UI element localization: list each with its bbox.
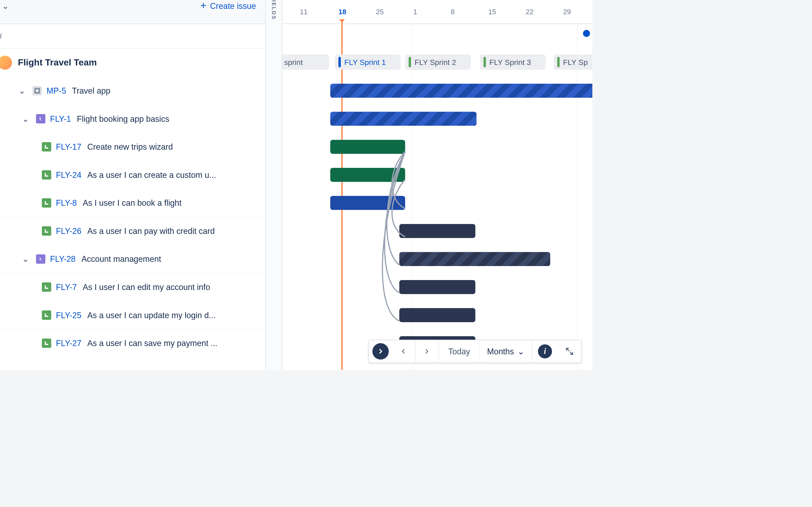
fullscreen-button[interactable] xyxy=(558,340,581,362)
issue-type-icon xyxy=(36,254,45,264)
day-label: 22 xyxy=(526,8,534,16)
main-content: Plans/ Travel Booking Division plan/ Bes… xyxy=(0,0,592,370)
team-name: Flight Travel Team xyxy=(18,57,97,68)
issue-column-header[interactable]: Issue ⌄ xyxy=(0,1,9,10)
issue-type-icon xyxy=(42,282,51,292)
gantt-area[interactable]: DecJan '24F 11182518152229 t sprintFLY S… xyxy=(282,0,592,370)
day-label: 11 xyxy=(300,8,308,16)
day-label: 1 xyxy=(413,8,417,16)
issue-summary: As a user I can save my payment ... xyxy=(87,338,217,348)
issue-summary: Travel app xyxy=(72,86,110,95)
issue-summary: Create new trips wizard xyxy=(87,142,173,151)
timeline-zoom-control: Today Months⌄ i xyxy=(368,340,582,363)
issue-row[interactable]: FLY-8As I user I can book a flight xyxy=(0,189,265,217)
issue-key[interactable]: FLY-7 xyxy=(56,282,77,292)
goto-today-button[interactable]: Today xyxy=(439,340,480,362)
issue-row[interactable]: FLY-27As a user I can save my payment ..… xyxy=(0,329,265,357)
day-label: 25 xyxy=(376,8,384,16)
sprint-pill[interactable]: FLY Sp xyxy=(554,54,592,70)
scroll-marker-icon xyxy=(583,30,590,37)
day-label: 15 xyxy=(488,8,496,16)
issue-row[interactable]: FLY-26As a user I can pay with credit ca… xyxy=(0,217,265,245)
rank: 1 xyxy=(0,86,6,95)
timeline: Issue ⌄ + Create issue # ⌄Flight Travel … xyxy=(0,0,592,370)
day-label: 18 xyxy=(338,8,346,16)
issue-summary: As a user I can create a custom u... xyxy=(87,170,216,179)
issue-key[interactable]: FLY-17 xyxy=(56,142,81,151)
svg-rect-39 xyxy=(36,89,38,92)
svg-rect-53 xyxy=(45,343,48,344)
collapse-icon[interactable]: ⌄ xyxy=(22,254,29,264)
issue-summary: As I user I can edit my account info xyxy=(83,282,210,292)
issue-summary: As a user I can pay with credit card xyxy=(87,226,215,235)
rank-column: # xyxy=(0,32,2,41)
scroll-fwd-button[interactable] xyxy=(415,340,439,362)
issue-type-icon xyxy=(42,226,51,235)
plus-icon: + xyxy=(200,0,206,12)
issue-row[interactable]: ⌄FLY-1Flight booking app basics xyxy=(0,105,265,133)
issue-row[interactable]: FLY-7As I user I can edit my account inf… xyxy=(0,273,265,301)
svg-rect-47 xyxy=(45,231,48,232)
issue-row[interactable]: ⌄Flight Travel Team xyxy=(0,49,265,77)
issue-row[interactable]: FLY-17Create new trips wizard xyxy=(0,133,265,161)
issue-column: Issue ⌄ + Create issue # ⌄Flight Travel … xyxy=(0,0,266,370)
issue-summary: As I user I can book a flight xyxy=(83,198,182,207)
issue-summary: As a user I can update my login d... xyxy=(87,310,216,320)
issue-type-icon xyxy=(36,114,45,123)
issue-row[interactable]: FLY-25As a user I can update my login d.… xyxy=(0,301,265,329)
sprint-pill[interactable]: FLY Sprint 3 xyxy=(480,54,546,70)
issue-row[interactable]: ⌄FLY-28Account management xyxy=(0,245,265,273)
day-label: 8 xyxy=(451,8,455,16)
issue-key[interactable]: FLY-27 xyxy=(56,338,81,348)
team-avatar-icon xyxy=(0,55,12,69)
issue-type-icon xyxy=(33,86,42,95)
scroll-prev-button[interactable] xyxy=(392,340,415,362)
issue-summary: Account management xyxy=(81,254,161,264)
zoom-unit-dropdown[interactable]: Months⌄ xyxy=(480,340,532,362)
issue-key[interactable]: FLY-1 xyxy=(50,114,71,123)
issue-key[interactable]: FLY-24 xyxy=(56,170,81,179)
issue-row[interactable]: 1⌄MP-5Travel app xyxy=(0,77,265,105)
issue-type-icon xyxy=(42,142,51,151)
issue-key[interactable]: FLY-26 xyxy=(56,226,81,235)
legend-info-button[interactable]: i xyxy=(538,344,552,358)
collapse-icon[interactable]: ⌄ xyxy=(18,86,26,95)
create-issue-button[interactable]: + Create issue xyxy=(200,0,256,12)
svg-rect-51 xyxy=(45,316,48,317)
svg-rect-49 xyxy=(45,287,48,288)
issue-row[interactable]: FLY-24As a user I can create a custom u.… xyxy=(0,161,265,189)
chevron-down-icon: ⌄ xyxy=(2,1,9,10)
issue-type-icon xyxy=(42,170,51,179)
fields-tab[interactable]: FIELDS xyxy=(266,0,282,370)
scroll-next-button[interactable] xyxy=(372,343,389,359)
sprint-pill[interactable]: FLY Sprint 1 xyxy=(335,54,400,70)
svg-rect-41 xyxy=(45,147,48,148)
svg-rect-43 xyxy=(45,175,48,176)
issue-summary: Flight booking app basics xyxy=(77,114,169,123)
issue-key[interactable]: FLY-8 xyxy=(56,198,77,207)
issue-key[interactable]: FLY-28 xyxy=(50,254,75,264)
sprint-pill[interactable]: t sprint xyxy=(282,54,329,70)
collapse-icon[interactable]: ⌄ xyxy=(22,114,29,123)
issue-key[interactable]: MP-5 xyxy=(46,86,66,95)
issue-type-icon xyxy=(42,338,51,348)
sprint-pill[interactable]: FLY Sprint 2 xyxy=(405,54,471,70)
issue-type-icon xyxy=(42,198,51,207)
day-label: 29 xyxy=(563,8,571,16)
svg-rect-45 xyxy=(45,203,48,205)
issue-type-icon xyxy=(42,310,51,320)
issue-key[interactable]: FLY-25 xyxy=(56,310,81,320)
